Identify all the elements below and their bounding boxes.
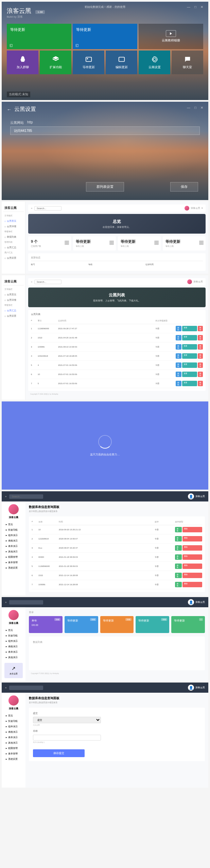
sidebar-item[interactable]: ▸ 权限管理 [4,746,23,751]
avatar-icon[interactable]: 👤 [188,599,194,605]
view-button[interactable]: 查看 [182,344,197,350]
edit-button[interactable]: 修改 [176,362,181,368]
delete-button[interactable]: 删除 [182,536,202,541]
sidebar-item[interactable]: ▸ 表格演示 [4,729,23,735]
side-promo-card[interactable]: ↗ 点击这里 [4,663,23,678]
edit-button[interactable]: 修改 [176,372,181,377]
avatar-icon[interactable]: 👤 [188,685,194,691]
sidebar-item[interactable]: ▸ 表单演示 [4,735,23,740]
tile-edit-update[interactable]: 编辑更新 [106,51,137,74]
card-action-button[interactable]: 详情 [125,618,132,621]
view-button[interactable]: 查看 [182,362,197,368]
sidebar-item[interactable]: ○云黑详情 [3,297,24,303]
sidebar-item[interactable]: ▸ 其他演示 [4,655,23,660]
tile-video-tutorial[interactable]: 云黑教程链接 [139,24,203,49]
sidebar-item[interactable]: ▸ 系统设置 [4,565,23,571]
sidebar-item[interactable]: ▸ 权限管理 [4,554,23,560]
sidebar-item[interactable]: ▸ 首页 [4,713,23,718]
avatar[interactable] [185,206,189,211]
text-input[interactable] [33,735,101,741]
delete-button[interactable]: 删除 [182,582,202,587]
menu-icon[interactable]: ≡ [5,495,6,498]
sidebar-item[interactable]: ▸ 其他演示 [4,740,23,746]
dashboard-card[interactable]: 等待更新详情 [136,616,169,633]
edit-button[interactable]: 修改 [176,353,181,359]
sidebar-item[interactable]: ○云黑设置 [3,313,24,319]
delete-button[interactable]: 删除 [198,344,203,350]
save-button[interactable]: 保存 [170,182,198,192]
menu-icon[interactable]: ≡ [31,281,32,283]
search-input[interactable] [9,686,43,690]
edit-button[interactable]: 修改 [175,582,182,587]
card-action-button[interactable]: 详情 [161,618,167,621]
edit-button[interactable]: 修改 [175,573,182,578]
search-input[interactable] [9,494,43,499]
maximize-icon[interactable]: □ [194,106,196,110]
card-action-button[interactable]: + [199,618,203,621]
menu-icon[interactable]: ≡ [5,601,6,604]
edit-button[interactable]: 修改 [176,344,181,350]
edit-button[interactable]: 修改 [175,564,182,569]
dashboard-card[interactable]: 等待更新详情 [100,616,134,633]
sidebar-item[interactable]: ▸ 其他演示 [4,549,23,554]
minimize-icon[interactable]: — [187,106,190,110]
edit-button[interactable]: 修改 [176,335,181,340]
sidebar-item-settings[interactable]: ○云黑设置 [3,255,24,261]
delete-button[interactable]: 删除 [198,381,203,386]
dashboard-card[interactable]: 本年0/0.00详情 [29,616,63,633]
view-button[interactable]: 查看 [182,335,197,340]
sidebar-item[interactable]: ▸ 快速导航 [4,633,23,638]
tile-chat[interactable]: 聊天室 [172,51,203,74]
sidebar-item-detail[interactable]: ○云黑详情 [3,224,24,229]
card-action-button[interactable]: 详情 [90,618,96,621]
view-button[interactable]: 查看 [182,353,197,359]
search-input[interactable] [34,280,62,284]
sidebar-item[interactable]: ▸ 表格演示 [4,538,23,544]
user-avatar[interactable] [8,504,19,514]
tab-label[interactable]: 登录 [29,611,205,616]
tile-settings[interactable]: 云黑设置 [139,51,170,74]
tile-join-group[interactable]: 加入群聊 [7,51,38,74]
sidebar-item[interactable]: ▸ 表单演示 [4,649,23,655]
menu-icon[interactable]: ≡ [31,207,32,210]
sidebar-item-report[interactable]: ○举报列表 [3,234,24,240]
sidebar-item[interactable]: ▸ 组件演示 [4,638,23,644]
back-icon[interactable]: ← [7,107,12,112]
sidebar-item[interactable]: ▸ 菜单管理 [4,751,23,756]
view-button[interactable]: 查看 [182,326,197,331]
edit-button[interactable]: 修改 [175,527,182,532]
delete-button[interactable]: 删除 [182,564,202,569]
sidebar-item[interactable]: ▸ 系统设置 [4,756,23,762]
tile-update-1[interactable]: 等待更新 ◱ [7,24,71,49]
menu-icon[interactable]: ≡ [5,687,6,689]
avatar[interactable] [187,279,192,284]
url-input[interactable] [10,126,200,135]
tile-extensions[interactable]: 扩展功能 [40,51,71,74]
tile-wait-update[interactable]: 等待更新 [73,51,104,74]
delete-button[interactable]: 删除 [182,554,202,560]
search-input[interactable] [9,600,43,605]
close-icon[interactable]: ✕ [200,106,203,110]
sidebar-item[interactable]: ▸ 快速导航 [4,718,23,724]
edit-button[interactable]: 修改 [175,536,182,541]
chevron-down-icon[interactable]: ▾ [202,207,203,210]
sidebar-item[interactable]: ○云黑首页 [3,292,24,297]
edit-button[interactable]: 修改 [176,381,181,386]
avatar-icon[interactable]: 👤 [188,493,194,499]
sidebar-item[interactable]: ▸ 菜单管理 [4,560,23,565]
user-avatar[interactable] [8,610,19,620]
view-button[interactable]: 查看 [182,381,197,386]
tile-update-2[interactable]: 等待更新 ◱ [73,24,137,49]
search-input[interactable] [34,206,62,211]
delete-button[interactable]: 删除 [198,326,203,331]
sidebar-item[interactable]: ○云黑汇总 [3,308,24,313]
select-input[interactable]: 提交 [33,717,101,723]
sidebar-item-summary[interactable]: ○云黑汇总 [3,245,24,250]
delete-button[interactable]: 删除 [182,573,202,578]
sidebar-item[interactable]: ▸ 首页 [4,522,23,527]
dashboard-card[interactable]: 等待更新+ [171,616,205,633]
sidebar-item[interactable]: ▸ 表格演示 [4,644,23,649]
delete-button[interactable]: 删除 [198,362,203,368]
sidebar-item[interactable]: ▸ 组件演示 [4,533,23,538]
delete-button[interactable]: 删除 [198,353,203,359]
